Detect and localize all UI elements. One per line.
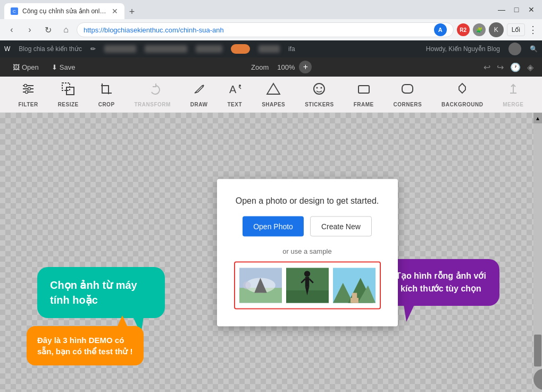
bubble-teal-text: Chọn ảnh từ máy tính hoặc (50, 279, 137, 306)
filter-icon (21, 81, 36, 99)
menu-button[interactable]: ⋮ (528, 24, 538, 36)
sample-image-1[interactable] (239, 266, 282, 304)
open-icon: 🖼 (13, 63, 20, 71)
tool-stickers[interactable]: STICKERS (301, 79, 338, 110)
shapes-icon (266, 81, 281, 99)
reload-button[interactable]: ↻ (40, 22, 55, 37)
wp-howdy[interactable]: Howdy, Kiến Nguyễn Blog (426, 45, 500, 53)
transform-icon (145, 81, 160, 99)
svg-rect-37 (350, 298, 358, 303)
maximize-button[interactable]: □ (510, 3, 523, 16)
merge-label: MERGE (503, 102, 523, 107)
tool-filter[interactable]: FILTER (14, 79, 42, 110)
tool-frame[interactable]: FRAME (349, 79, 378, 110)
svg-point-12 (314, 84, 324, 94)
scroll-up-arrow[interactable]: ▲ (533, 113, 542, 123)
open-photo-button[interactable]: Open Photo (243, 216, 304, 236)
tool-merge[interactable]: MERGE (498, 79, 528, 110)
back-button[interactable]: ‹ (4, 22, 19, 37)
frame-label: FRAME (354, 102, 374, 107)
welcome-dialog: Open a photo or design to get started. O… (217, 179, 398, 326)
redo-button[interactable]: ↪ (497, 62, 504, 72)
tool-background[interactable]: BACKGROUND (437, 79, 487, 110)
zoom-plus-button[interactable]: + (299, 61, 312, 73)
minimize-button[interactable]: — (495, 3, 508, 16)
text-icon: A (227, 81, 242, 99)
wp-search[interactable]: 🔍 (530, 45, 538, 53)
close-tab-button[interactable]: ✕ (112, 7, 118, 15)
extension-icon-puzzle[interactable]: 🧩 (473, 23, 486, 36)
profile-icon[interactable]: K (489, 22, 504, 37)
bubble-purple: Tạo hình rỗng ảnh với kích thước tùy chọ… (382, 259, 499, 306)
wp-blurred-1 (104, 45, 136, 53)
background-icon (455, 81, 470, 99)
scroll-thumb[interactable] (534, 335, 541, 366)
browser-titlebar: C Công cụ chỉnh sửa ảnh online - E ✕ + —… (0, 0, 542, 19)
wp-blurred-2 (145, 45, 187, 53)
corners-icon (400, 81, 415, 99)
stickers-icon (312, 81, 327, 99)
forward-button[interactable]: › (22, 22, 37, 37)
active-tab[interactable]: C Công cụ chỉnh sửa ảnh online - E ✕ (4, 3, 124, 19)
sample-label: or use a sample (234, 247, 381, 255)
save-button[interactable]: ⬇ Save (47, 61, 80, 73)
tools-bar: FILTER RESIZE CROP TRANSFORM (0, 77, 542, 113)
layers-button[interactable]: ◈ (527, 62, 533, 72)
address-bar[interactable]: https://blogchiasekienthuc.com/chinh-sua… (77, 22, 454, 37)
crop-icon (99, 81, 114, 99)
extension-icon-red[interactable]: R2 (457, 23, 470, 36)
svg-marker-11 (267, 84, 280, 94)
tool-draw[interactable]: DRAW (186, 79, 212, 110)
svg-rect-16 (402, 85, 413, 93)
canvas-area: Chọn ảnh từ máy tính hoặc Tạo hình rỗng … (0, 113, 542, 392)
wp-toolbar: W Blog chia sẻ kiến thức ✏ ifa Howdy, Ki… (0, 40, 542, 57)
svg-point-27 (304, 271, 310, 277)
tool-crop[interactable]: CROP (94, 79, 119, 110)
svg-point-3 (24, 85, 27, 87)
editor-topbar: 🖼 Open ⬇ Save Zoom 100% + ↩ ↪ 🕐 ◈ (0, 57, 542, 77)
window-controls: — □ ✕ (495, 3, 538, 16)
signin-button[interactable]: Lối (507, 23, 525, 36)
zoom-label: Zoom (251, 63, 269, 71)
merge-icon (506, 81, 521, 99)
wp-blurred-3 (196, 45, 222, 53)
svg-marker-17 (459, 84, 465, 93)
open-button[interactable]: 🖼 Open (9, 61, 43, 73)
tab-title: Công cụ chỉnh sửa ảnh online - E (22, 7, 107, 15)
crop-label: CROP (98, 102, 115, 107)
scrollbar-right: ▲ ▲ (533, 113, 542, 392)
tool-shapes[interactable]: SHAPES (257, 79, 289, 110)
wp-edit-icon[interactable]: ✏ (90, 45, 96, 53)
canvas-container: Chọn ảnh từ máy tính hoặc Tạo hình rỗng … (0, 113, 542, 392)
draw-label: DRAW (190, 102, 208, 107)
close-button[interactable]: ✕ (525, 3, 538, 16)
history-button[interactable]: 🕐 (510, 62, 521, 72)
tool-text[interactable]: A TEXT (223, 79, 246, 110)
scroll-to-top-button[interactable]: ▲ (533, 369, 542, 390)
editor-right-actions: ↩ ↪ 🕐 ◈ (483, 62, 533, 72)
svg-point-10 (239, 85, 241, 87)
editor-area: 🖼 Open ⬇ Save Zoom 100% + ↩ ↪ 🕐 ◈ (0, 57, 542, 392)
dialog-main-text: Open a photo or design to get started. (234, 196, 381, 205)
sample-image-2[interactable] (286, 266, 329, 304)
home-button[interactable]: ⌂ (59, 22, 73, 37)
account-icon[interactable]: A (434, 23, 447, 36)
sample-image-3[interactable] (333, 266, 376, 304)
stickers-label: STICKERS (305, 102, 334, 107)
wp-logo[interactable]: W (4, 45, 10, 53)
svg-rect-28 (305, 277, 309, 287)
wp-site-name[interactable]: Blog chia sẻ kiến thức (19, 45, 82, 53)
svg-point-14 (321, 87, 322, 89)
sample-images-container (234, 261, 381, 309)
create-new-button[interactable]: Create New (310, 216, 372, 236)
undo-button[interactable]: ↩ (483, 62, 490, 72)
tool-corners[interactable]: CORNERS (389, 79, 427, 110)
tool-transform[interactable]: TRANSFORM (130, 79, 174, 110)
shapes-label: SHAPES (262, 102, 285, 107)
tool-resize[interactable]: RESIZE (54, 79, 83, 110)
bubble-orange: Đây là 3 hình DEMO có sẵn, bạn có thể te… (27, 326, 144, 365)
new-tab-button[interactable]: + (124, 4, 139, 19)
draw-icon (191, 81, 206, 99)
bubble-purple-text: Tạo hình rỗng ảnh với kích thước tùy chọ… (396, 271, 486, 293)
text-label: TEXT (227, 102, 242, 107)
